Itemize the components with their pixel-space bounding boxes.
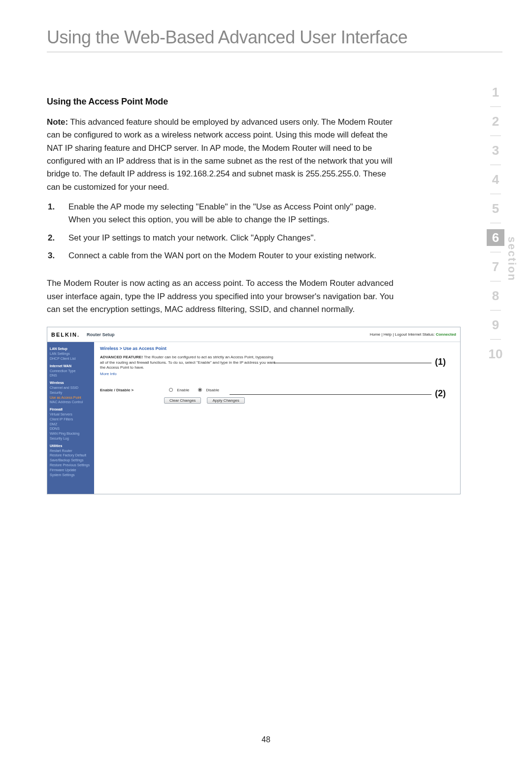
sidebar-group: Firewall — [50, 407, 92, 412]
clear-changes-button[interactable]: Clear Changes — [164, 397, 201, 404]
section-nav-divider — [490, 106, 501, 107]
step-text: Connect a cable from the WAN port on the… — [68, 249, 394, 262]
section-nav-item[interactable]: 10 — [487, 345, 504, 362]
content-area: Using the Access Point Mode Note: This a… — [47, 97, 394, 494]
router-sidebar: LAN SetupLAN SettingsDHCP Client ListInt… — [47, 342, 94, 494]
page-title: Using the Web-Based Advanced User Interf… — [47, 27, 502, 52]
sidebar-item[interactable]: Security — [50, 390, 92, 395]
enable-disable-label: Enable / Disable > — [100, 388, 133, 392]
step-list: 1.Enable the AP mode my selecting "Enabl… — [48, 201, 394, 262]
section-nav-divider — [490, 223, 501, 223]
sidebar-item[interactable]: WAN Ping Blocking — [50, 431, 92, 436]
section-label: section — [505, 237, 518, 281]
sidebar-item[interactable]: Virtual Servers — [50, 412, 92, 417]
sidebar-item[interactable]: System Settings — [50, 473, 92, 478]
advanced-feature-text: ADVANCED FEATURE! The Router can be conf… — [100, 355, 277, 370]
section-numbers: 12345678910 — [487, 84, 504, 362]
sidebar-item[interactable]: DHCP Client List — [50, 356, 92, 361]
section-nav-item[interactable]: 4 — [487, 171, 504, 188]
sidebar-group: Utilities — [50, 444, 92, 449]
section-nav-divider — [490, 339, 501, 340]
note-label: Note: — [47, 117, 68, 127]
router-ui-screenshot: BELKIN. Router Setup Home | Help | Logou… — [47, 327, 461, 494]
section-nav-item[interactable]: 9 — [487, 316, 504, 333]
list-item: 2.Set your IP settings to match your net… — [48, 232, 394, 244]
enable-label: Enable — [177, 388, 189, 392]
sidebar-item[interactable]: DNS — [50, 373, 92, 378]
section-nav-divider — [490, 136, 501, 136]
sidebar-item[interactable]: DMZ — [50, 422, 92, 427]
section-nav-item[interactable]: 8 — [487, 287, 504, 304]
section-nav-divider — [490, 252, 501, 252]
list-item: 1.Enable the AP mode my selecting "Enabl… — [48, 201, 394, 227]
apply-changes-button[interactable]: Apply Changes — [207, 397, 244, 404]
sidebar-item[interactable]: Channel and SSID — [50, 385, 92, 390]
callout-number-1: (1) — [435, 357, 446, 367]
advanced-feature-label: ADVANCED FEATURE! — [100, 355, 143, 359]
breadcrumb: Wireless > Use as Access Point — [100, 346, 454, 351]
sidebar-item[interactable]: DDNS — [50, 426, 92, 431]
sidebar-group: LAN Setup — [50, 346, 92, 351]
disable-label: Disable — [206, 388, 219, 392]
step-number: 3. — [48, 249, 68, 262]
sidebar-item[interactable]: Restore Factory Default — [50, 453, 92, 458]
more-info-link[interactable]: More Info — [100, 372, 454, 376]
brand-logo: BELKIN. — [51, 332, 80, 338]
section-nav-item[interactable]: 5 — [487, 200, 504, 217]
sub-heading: Using the Access Point Mode — [47, 97, 394, 107]
conclusion-paragraph: The Modem Router is now acting as an acc… — [47, 277, 394, 316]
section-navigator: 12345678910 section — [487, 84, 517, 362]
section-nav-item[interactable]: 7 — [487, 258, 504, 275]
sidebar-item[interactable]: LAN Settings — [50, 351, 92, 356]
router-setup-label: Router Setup — [87, 332, 115, 337]
sidebar-item[interactable]: Connection Type — [50, 369, 92, 374]
router-body: LAN SetupLAN SettingsDHCP Client ListInt… — [47, 342, 460, 494]
sidebar-item[interactable]: Client IP Filters — [50, 417, 92, 422]
disable-radio[interactable] — [198, 388, 202, 392]
router-header: BELKIN. Router Setup Home | Help | Logou… — [47, 327, 460, 342]
page-number: 48 — [0, 735, 532, 744]
step-number: 2. — [48, 232, 68, 244]
callout-line-2 — [230, 394, 432, 395]
section-nav-divider — [490, 281, 501, 281]
step-text: Set your IP settings to match your netwo… — [68, 232, 394, 244]
router-main: Wireless > Use as Access Point ADVANCED … — [94, 342, 460, 494]
callout-line-1 — [274, 363, 432, 363]
section-nav-item[interactable]: 1 — [487, 84, 504, 101]
section-nav-divider — [490, 194, 501, 194]
section-nav-divider — [490, 165, 501, 165]
sidebar-item[interactable]: Restore Previous Settings — [50, 463, 92, 468]
header-links: Home | Help | Logout Internet Status: — [370, 332, 435, 337]
sidebar-group: Internet WAN — [50, 364, 92, 369]
header-status: Home | Help | Logout Internet Status: Co… — [370, 332, 456, 337]
note-paragraph: Note: This advanced feature should be em… — [47, 116, 394, 194]
sidebar-item[interactable]: Save/Backup Settings — [50, 458, 92, 463]
enable-radio[interactable] — [169, 388, 173, 392]
step-text: Enable the AP mode my selecting "Enable"… — [68, 201, 394, 227]
sidebar-item[interactable]: Security Log — [50, 436, 92, 441]
section-nav-divider — [490, 310, 501, 311]
sidebar-group: Wireless — [50, 380, 92, 385]
button-row: Clear Changes Apply Changes — [164, 397, 454, 404]
connection-status: Connected — [436, 332, 456, 337]
sidebar-item[interactable]: MAC Address Control — [50, 400, 92, 405]
enable-disable-row: Enable / Disable > Enable Disable — [100, 388, 454, 392]
sidebar-item[interactable]: Firmware Update — [50, 468, 92, 473]
sidebar-item[interactable]: Restart Router — [50, 449, 92, 453]
section-nav-item[interactable]: 2 — [487, 113, 504, 130]
section-nav-item[interactable]: 3 — [487, 142, 504, 159]
note-body: This advanced feature should be employed… — [47, 117, 393, 192]
sidebar-item[interactable]: Use as Access Point — [50, 395, 92, 400]
list-item: 3.Connect a cable from the WAN port on t… — [48, 249, 394, 262]
callout-number-2: (2) — [435, 388, 446, 399]
step-number: 1. — [48, 201, 68, 227]
section-nav-item[interactable]: 6 — [487, 229, 504, 246]
